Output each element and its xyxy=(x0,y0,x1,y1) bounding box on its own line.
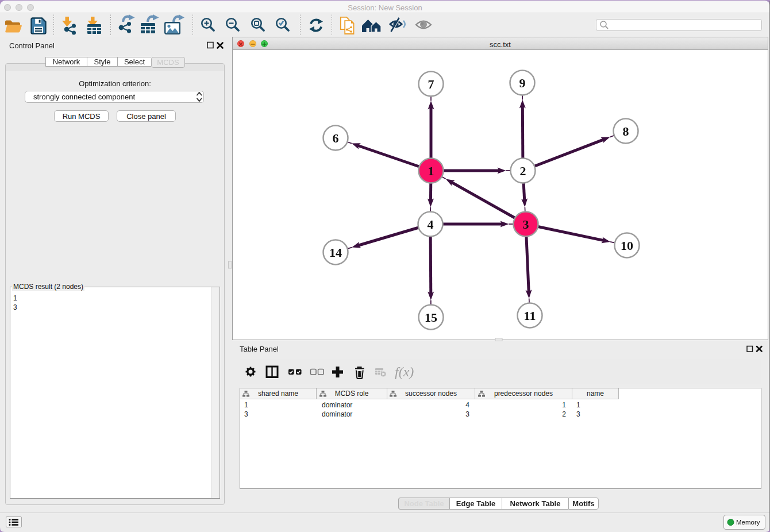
svg-text:15: 15 xyxy=(425,310,437,325)
svg-text:2: 2 xyxy=(520,164,526,178)
svg-text:11: 11 xyxy=(524,309,536,323)
svg-text:4: 4 xyxy=(428,217,434,232)
svg-text:3: 3 xyxy=(523,217,529,232)
svg-text:1: 1 xyxy=(428,164,434,178)
svg-text:7: 7 xyxy=(428,77,434,91)
svg-text:10: 10 xyxy=(621,238,633,253)
svg-text:6: 6 xyxy=(333,131,339,145)
svg-text:14: 14 xyxy=(329,245,342,260)
svg-text:8: 8 xyxy=(623,124,629,138)
svg-text:9: 9 xyxy=(519,76,526,90)
